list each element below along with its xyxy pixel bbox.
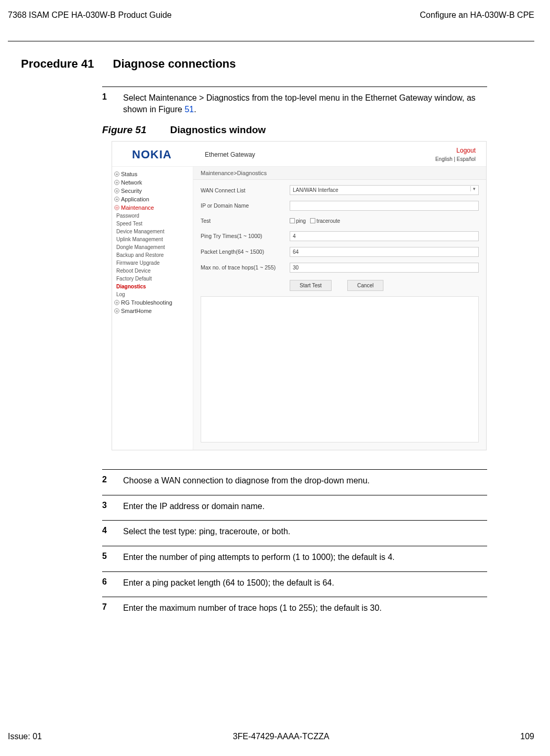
procedure-title: Procedure 41 Diagnose connections — [21, 57, 534, 71]
sidebar-sub-reboot-device[interactable]: Reboot Device — [114, 267, 191, 275]
plus-icon: + — [114, 171, 119, 177]
step-text: Enter the number of ping attempts to per… — [123, 552, 487, 563]
ping-tries-label: Ping Try Times(1 ~ 1000) — [201, 233, 290, 239]
nokia-logo: NOKIA — [132, 148, 193, 161]
figure-link[interactable]: 51 — [184, 105, 194, 114]
packet-length-input[interactable] — [290, 247, 479, 257]
sidebar-sub-factory-default[interactable]: Factory Default — [114, 275, 191, 283]
max-hops-label: Max no. of trace hops(1 ~ 255) — [201, 264, 290, 271]
step-4: 4 Select the test type: ping, traceroute… — [102, 524, 487, 539]
step-2: 2 Choose a WAN connection to diagnose fr… — [102, 473, 487, 489]
header-left: 7368 ISAM CPE HA-030W-B Product Guide — [8, 10, 172, 20]
step-text: Enter a ping packet length (64 to 1500);… — [123, 577, 487, 589]
procedure-name: Diagnose connections — [113, 57, 236, 70]
ss-main: Maintenance>Diagnostics WAN Connect List… — [193, 167, 486, 450]
procedure-number: Procedure 41 — [21, 57, 94, 71]
sidebar-item-application[interactable]: +Application — [114, 195, 191, 203]
sidebar-item-rg-troubleshooting[interactable]: +RG Troubleshooting — [114, 298, 191, 307]
ss-title: Ethernet Gateway — [193, 151, 435, 158]
diagnostics-form: WAN Connect List LAN/WAN Interface IP or… — [193, 180, 486, 278]
step-number: 7 — [102, 602, 123, 612]
step-number: 3 — [102, 501, 123, 510]
step-text: Select the test type: ping, traceroute, … — [123, 526, 487, 537]
plus-icon: + — [114, 188, 119, 193]
plus-icon: + — [114, 308, 119, 314]
sidebar-item-smarthome[interactable]: +SmartHome — [114, 307, 191, 315]
step-5: 5 Enter the number of ping attempts to p… — [102, 549, 487, 565]
figure-title: Diagnostics window — [170, 124, 266, 135]
sidebar-sub-firmware-upgrade[interactable]: Firmware Upgrade — [114, 259, 191, 267]
step-3: 3 Enter the IP address or domain name. — [102, 499, 487, 514]
ss-sidebar: +Status +Network +Security +Application … — [112, 167, 193, 450]
footer-doc: 3FE-47429-AAAA-TCZZA — [233, 732, 329, 741]
max-hops-input[interactable] — [290, 263, 479, 273]
page-footer: Issue: 01 3FE-47429-AAAA-TCZZA 109 — [8, 732, 534, 741]
figure-number: Figure 51 — [102, 124, 146, 135]
wan-connect-label: WAN Connect List — [201, 187, 290, 193]
step-6: 6 Enter a ping packet length (64 to 1500… — [102, 575, 487, 591]
step-text: Enter the IP address or domain name. — [123, 501, 487, 512]
language-links[interactable]: English | Español — [435, 156, 476, 162]
start-test-button[interactable]: Start Test — [290, 280, 332, 291]
ss-header-right: Logout English | Español — [435, 147, 476, 162]
diagnostics-screenshot: NOKIA Ethernet Gateway Logout English | … — [112, 141, 487, 450]
step-number: 2 — [102, 475, 123, 484]
sidebar-sub-uplink-management[interactable]: Uplink Management — [114, 235, 191, 243]
step-rule — [102, 469, 487, 470]
step-number: 5 — [102, 552, 123, 561]
sidebar-sub-speedtest[interactable]: Speed Test — [114, 220, 191, 228]
traceroute-checkbox[interactable]: traceroute — [310, 218, 340, 224]
cancel-button[interactable]: Cancel — [347, 280, 383, 291]
step-rule — [102, 546, 487, 546]
sidebar-item-network[interactable]: +Network — [114, 178, 191, 187]
plus-icon: + — [114, 300, 119, 305]
ping-checkbox[interactable]: ping — [290, 218, 306, 224]
header-rule — [8, 41, 534, 41]
ip-domain-input[interactable] — [290, 201, 479, 211]
sidebar-item-maintenance[interactable]: –Maintenance — [114, 203, 191, 212]
plus-icon: + — [114, 180, 119, 185]
checkbox-icon — [290, 218, 295, 223]
page-header: 7368 ISAM CPE HA-030W-B Product Guide Co… — [8, 10, 534, 41]
ss-header: NOKIA Ethernet Gateway Logout English | … — [112, 142, 486, 167]
step-number: 6 — [102, 577, 123, 587]
step-rule — [102, 597, 487, 597]
checkbox-icon — [310, 218, 315, 223]
plus-icon: + — [114, 197, 119, 202]
step-number: 4 — [102, 526, 123, 535]
packet-length-label: Packet Length(64 ~ 1500) — [201, 249, 290, 255]
sidebar-sub-diagnostics[interactable]: Diagnostics — [114, 283, 191, 290]
ip-domain-label: IP or Domain Name — [201, 202, 290, 209]
test-label: Test — [201, 218, 290, 224]
header-right: Configure an HA-030W-B CPE — [420, 10, 534, 20]
step-text: Select Maintenance > Diagnostics from th… — [123, 92, 487, 115]
step-text: Choose a WAN connection to diagnose from… — [123, 475, 487, 487]
step-rule — [102, 87, 487, 87]
figure-caption: Figure 51 Diagnostics window — [102, 124, 487, 136]
sidebar-sub-backup-restore[interactable]: Backup and Restore — [114, 251, 191, 259]
step-text: Enter the maximum number of trace hops (… — [123, 602, 487, 614]
step-rule — [102, 571, 487, 572]
step-rule — [102, 520, 487, 521]
breadcrumb: Maintenance>Diagnostics — [193, 167, 486, 180]
step-number: 1 — [102, 92, 123, 102]
step-7: 7 Enter the maximum number of trace hops… — [102, 600, 487, 616]
sidebar-sub-dongle-management[interactable]: Dongle Management — [114, 243, 191, 251]
sidebar-sub-password[interactable]: Password — [114, 212, 191, 220]
output-area — [201, 296, 479, 442]
minus-icon: – — [114, 205, 119, 210]
sidebar-item-status[interactable]: +Status — [114, 170, 191, 178]
wan-connect-select[interactable]: LAN/WAN Interface — [290, 185, 479, 195]
sidebar-item-security[interactable]: +Security — [114, 187, 191, 195]
sidebar-sub-device-management[interactable]: Device Management — [114, 228, 191, 235]
step-rule — [102, 495, 487, 495]
ping-tries-input[interactable] — [290, 231, 479, 241]
step-1: 1 Select Maintenance > Diagnostics from … — [102, 90, 487, 117]
sidebar-sub-log[interactable]: Log — [114, 290, 191, 298]
footer-page: 109 — [520, 732, 534, 741]
logout-link[interactable]: Logout — [435, 147, 476, 154]
footer-issue: Issue: 01 — [8, 732, 42, 741]
